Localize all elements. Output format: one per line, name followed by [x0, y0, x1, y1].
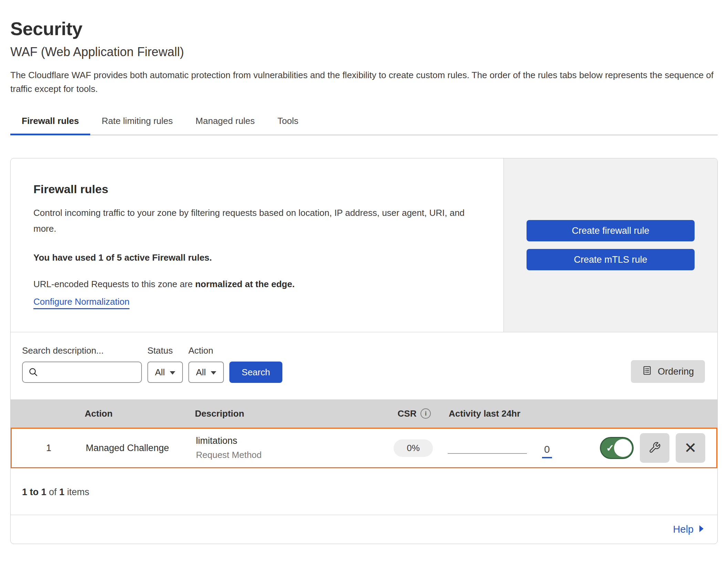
tab-bar: Firewall rules Rate limiting rules Manag…	[10, 109, 718, 135]
search-input-wrapper	[22, 362, 142, 383]
activity-count-link[interactable]: 0	[542, 443, 552, 458]
chevron-down-icon	[170, 371, 175, 375]
header-csr: CSR i	[380, 408, 449, 419]
status-select[interactable]: All	[147, 362, 183, 383]
header-description: Description	[195, 408, 380, 419]
rule-description: limitations	[196, 436, 379, 446]
status-label: Status	[147, 345, 183, 356]
rule-enabled-toggle[interactable]: ✓	[600, 437, 634, 459]
help-arrow-icon	[698, 524, 704, 535]
card-description: Control incoming traffic to your zone by…	[33, 205, 479, 237]
action-select[interactable]: All	[188, 362, 224, 383]
toggle-knob	[614, 439, 632, 457]
page-description: The Cloudflare WAF provides both automat…	[10, 68, 718, 96]
delete-rule-button[interactable]: ✕	[676, 433, 705, 463]
action-label: Action	[188, 345, 224, 356]
items-label: items	[67, 487, 90, 497]
items-of: of	[49, 487, 57, 497]
rule-expression: Request Method	[196, 450, 379, 460]
usage-summary: You have used 1 of 5 active Firewall rul…	[33, 252, 479, 263]
action-select-value: All	[196, 367, 206, 378]
help-label: Help	[673, 524, 694, 535]
items-total: 1	[59, 487, 64, 497]
create-mtls-rule-button[interactable]: Create mTLS rule	[527, 249, 695, 270]
table-row: 1 Managed Challenge limitations Request …	[11, 428, 717, 468]
search-label: Search description...	[22, 345, 142, 356]
normalization-text: URL-encoded Requests to this zone are	[33, 279, 195, 289]
info-icon[interactable]: i	[420, 408, 431, 419]
tab-firewall-rules[interactable]: Firewall rules	[10, 109, 90, 135]
items-range: 1 to 1	[22, 487, 46, 497]
status-select-value: All	[155, 367, 165, 378]
card-actions-panel: Create firewall rule Create mTLS rule	[503, 158, 717, 332]
list-ordering-icon	[642, 365, 652, 378]
help-row: Help	[11, 515, 717, 544]
normalization-bold-text: normalized at the edge.	[195, 279, 295, 289]
header-action: Action	[85, 408, 195, 419]
create-firewall-rule-button[interactable]: Create firewall rule	[527, 220, 695, 241]
check-icon: ✓	[606, 442, 614, 454]
chevron-down-icon	[211, 371, 216, 375]
page-subtitle: WAF (Web Application Firewall)	[10, 45, 718, 59]
rule-description-cell: limitations Request Method	[196, 436, 379, 460]
firewall-rules-card: Firewall rules Control incoming traffic …	[10, 158, 718, 544]
page-title: Security	[10, 18, 718, 39]
rule-action: Managed Challenge	[86, 443, 196, 453]
rule-activity-cell: 0	[448, 441, 599, 456]
help-link[interactable]: Help	[673, 524, 704, 535]
search-button[interactable]: Search	[229, 362, 282, 383]
close-icon: ✕	[684, 440, 697, 456]
waf-security-page: Security WAF (Web Application Firewall) …	[0, 0, 728, 544]
filter-bar: Search description... Status All	[11, 332, 717, 399]
firewall-rules-info: Firewall rules Control incoming traffic …	[11, 158, 503, 332]
table-header: Action Description CSR i Activity last 2…	[11, 399, 717, 428]
header-csr-label: CSR	[398, 408, 417, 419]
tab-rate-limiting-rules[interactable]: Rate limiting rules	[90, 109, 184, 135]
search-field: Search description...	[22, 345, 142, 383]
rule-csr-cell: 0%	[379, 439, 448, 457]
card-top-section: Firewall rules Control incoming traffic …	[11, 158, 717, 332]
action-field: Action All	[188, 345, 224, 383]
header-activity: Activity last 24hr	[449, 408, 600, 419]
wrench-icon	[648, 441, 661, 455]
tab-tools[interactable]: Tools	[266, 109, 310, 135]
csr-badge: 0%	[394, 439, 433, 457]
ordering-button[interactable]: Ordering	[631, 360, 705, 383]
activity-sparkline	[448, 453, 527, 454]
search-input[interactable]	[22, 362, 142, 383]
tab-managed-rules[interactable]: Managed rules	[184, 109, 266, 135]
items-count: 1 to 1 of 1 items	[11, 468, 717, 515]
edit-rule-button[interactable]	[640, 433, 669, 463]
status-field: Status All	[147, 345, 183, 383]
card-heading: Firewall rules	[33, 182, 479, 196]
rule-priority: 1	[12, 443, 86, 453]
rule-controls: ✓ ✕	[599, 433, 716, 463]
configure-normalization-link[interactable]: Configure Normalization	[33, 296, 129, 309]
ordering-button-label: Ordering	[658, 366, 694, 377]
search-icon	[28, 367, 39, 379]
normalization-note: URL-encoded Requests to this zone are no…	[33, 279, 479, 290]
